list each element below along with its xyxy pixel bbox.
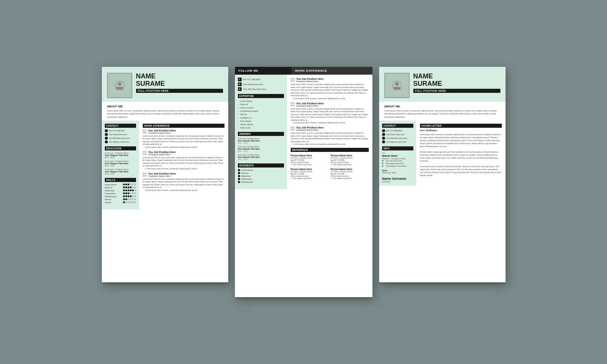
ref-4: Person Name Here Job Title / Company Nam… (331, 168, 369, 179)
right-contact-title: CONTACT (382, 124, 413, 128)
right-first-name: NAME SURAME (413, 73, 500, 88)
skill-7: Tempor (105, 201, 136, 204)
right-left-sidebar: CONTACT 000 7777 888 9879 Your Email nam… (379, 121, 416, 186)
reference-title: REFERENCE (291, 148, 369, 152)
education-section: EDUCATION University / Institute Name Yo… (105, 146, 136, 175)
skill-6: Sed do (105, 198, 136, 201)
work-entry-3: 2018 2020 You Job Position Here Company … (143, 172, 225, 191)
skill-4: Consectetur (105, 192, 136, 195)
left-sidebar: CONTACT 000 7777 888 9879 Your Email nam… (102, 121, 139, 209)
work-exp-title: WORK EXPERIENCE (143, 124, 225, 128)
right-contact-section: CONTACT 000 7777 888 9879 Your Email nam… (382, 124, 413, 143)
about-text: Lorem ipsum dolor sit amet, consectetur … (107, 109, 223, 118)
right-photo-placeholder (384, 73, 410, 98)
photo-placeholder (107, 73, 132, 98)
skill-1: Lorem ipsum (105, 183, 136, 186)
expertise-title: EXPERTISE (238, 94, 284, 98)
sig-sincerely: Sincerely, (382, 181, 413, 183)
education-title: EDUCATION (105, 146, 136, 150)
info-section: INFO TO Name Here Position / Company Nam… (382, 146, 413, 167)
right-phone-icon (382, 129, 385, 132)
right-top-section: NAME SURAME FULL POSITION HERE (379, 67, 506, 102)
info-title: INFO (382, 146, 413, 150)
info-name: Name Here (382, 154, 413, 157)
right-about-text: Lorem ipsum dolor sit amet, consectetur … (384, 109, 500, 118)
work-exp-bar-label: WORK EXPERIENCE (291, 67, 372, 75)
contact-title: CONTACT (105, 124, 136, 128)
edu-entry-2: University / Institute Name Your Degree … (105, 160, 136, 167)
sig-name: Name Surname (382, 177, 413, 181)
right-name-block: NAME SURAME FULL POSITION HERE (413, 73, 500, 93)
cover-para-3: Consectetur purus ut faucibus pulvinar e… (420, 165, 502, 177)
skill-2: Dolor sit (105, 186, 136, 189)
center-work-1: 2018 2020 You Job Position Here Company … (291, 78, 369, 100)
signature-block: Name Surname Sincerely, (382, 177, 413, 183)
work-entry-1: 2018 2020 You Job Position Here Company … (143, 129, 225, 148)
center-body: F 000 7777 888 9879 B Your Email name he… (235, 75, 372, 189)
awards-section: AWARDS University / Institute Name Your … (238, 132, 284, 160)
cover-para-2: Hendrerit dolor magna eget elit teset. P… (420, 150, 502, 162)
contact-email: Your Email name here (105, 133, 136, 136)
name-block: NAME SURAME FULL POSITION HERE (136, 73, 223, 93)
cover-letter-title: COVER LETTER (420, 124, 502, 128)
ref-2: Person Name Here Job Title / Company Nam… (331, 154, 369, 166)
skills-title: SKILLS (105, 178, 136, 182)
svg-rect-1 (116, 87, 123, 90)
awards-title: AWARDS (238, 132, 284, 136)
contact-section: CONTACT 000 7777 888 9879 Your Email nam… (105, 124, 136, 143)
follow-b: B Your Email name here (238, 82, 284, 86)
location-icon (105, 140, 108, 143)
date-section: Date: March 20, 2030 (382, 169, 413, 174)
svg-point-3 (395, 82, 399, 86)
left-top-section: NAME SURAME FULL POSITION HERE (102, 67, 228, 102)
skills-section: SKILLS Lorem ipsum Dolor sit (105, 178, 136, 204)
canvas: NAME SURAME FULL POSITION HERE ABOUT ME … (102, 67, 506, 297)
right-location-icon (382, 140, 385, 143)
expertise-section: EXPERTISE –Lorem ipsum –Dolor sit –Amet,… (238, 94, 284, 129)
svg-rect-4 (393, 87, 401, 90)
skill-5: Pellentesque (105, 195, 136, 198)
about-section: ABOUT ME Lorem ipsum dolor sit amet, con… (102, 102, 228, 121)
interests-title: INTERESTS (238, 163, 284, 168)
work-entry-2: 2018 2020 You Job Position Here Company … (143, 151, 225, 170)
ref-3: Person Name Here Job Title / Company Nam… (291, 168, 329, 179)
follow-bar-label: FOLLOW ME (235, 67, 291, 75)
web-icon (105, 137, 108, 140)
interests-section: INTERESTS Lorem ipsum Dolor sit Adipisci… (238, 163, 284, 183)
work-experience-section: WORK EXPERIENCE 2018 2020 You Job Positi… (139, 121, 228, 209)
ref-1: Person Name Here Job Title / Company Nam… (291, 154, 329, 166)
center-resume-card: FOLLOW ME WORK EXPERIENCE F 000 7777 888… (235, 67, 372, 297)
follow-section: F 000 7777 888 9879 B Your Email name he… (238, 78, 284, 91)
dear-text: Dear, Sir/Madam (420, 129, 502, 131)
right-two-col: CONTACT 000 7777 888 9879 Your Email nam… (379, 121, 506, 186)
date-value: March 20, 2030 (382, 172, 413, 174)
cover-letter-section: COVER LETTER Dear, Sir/Madam Lorem ipsum… (416, 121, 506, 186)
skill-3: Adipiscing (105, 189, 136, 192)
right-email-icon (382, 133, 385, 136)
svg-point-0 (118, 82, 122, 86)
cover-para-1: Lorem ipsum dolor sit amet, consectetur … (420, 133, 502, 148)
center-left-sidebar: F 000 7777 888 9879 B Your Email name he… (235, 75, 287, 189)
center-work-2: 2018 2020 You Job Position Here Company … (291, 102, 369, 124)
contact-phone: 000 7777 888 9879 (105, 129, 136, 132)
center-work-3: 2018 2020 You Job Position Here Company … (291, 126, 369, 145)
position-bar: FULL POSITION HERE (136, 89, 223, 93)
right-about-section: ABOUT ME Lorem ipsum dolor sit amet, con… (379, 102, 506, 121)
right-web-icon (382, 137, 385, 140)
contact-web: Your Web Site name here (105, 137, 136, 140)
about-title: ABOUT ME (107, 105, 223, 108)
edu-entry-3: University / Institute Name Your Degree … (105, 168, 136, 175)
center-right-content: 2018 2020 You Job Position Here Company … (287, 75, 372, 189)
right-resume-card: NAME SURAME FULL POSITION HERE ABOUT ME … (379, 67, 506, 282)
follow-f: F 000 7777 888 9879 (238, 78, 284, 81)
center-top-bar: FOLLOW ME WORK EXPERIENCE (235, 67, 372, 75)
right-about-title: ABOUT ME (384, 105, 500, 108)
email-icon (105, 133, 108, 136)
two-col-section: CONTACT 000 7777 888 9879 Your Email nam… (102, 121, 228, 209)
first-name: NAME SURAME (136, 73, 223, 88)
phone-icon (105, 129, 108, 132)
reference-grid: Person Name Here Job Title / Company Nam… (291, 154, 369, 179)
edu-entry-1: University / Institute Name Your Degree … (105, 152, 136, 159)
left-resume-card: NAME SURAME FULL POSITION HERE ABOUT ME … (102, 67, 228, 282)
follow-d: D Your Web Site name here (238, 87, 284, 91)
